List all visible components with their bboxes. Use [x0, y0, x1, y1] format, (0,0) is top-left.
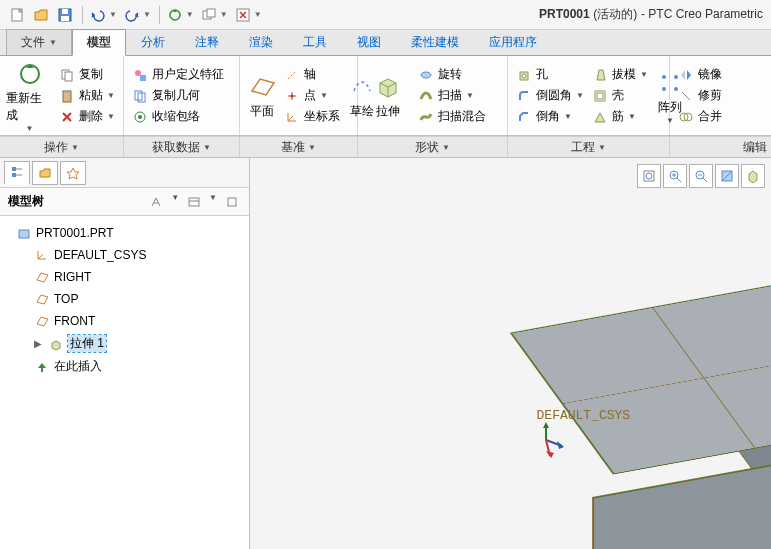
- sidebar-tab-tree[interactable]: [4, 161, 30, 185]
- copy-geom-icon: [132, 88, 148, 104]
- tab-tools[interactable]: 工具: [288, 29, 342, 55]
- zoom-fit-button[interactable]: [637, 164, 661, 188]
- tab-view[interactable]: 视图: [342, 29, 396, 55]
- windows-button[interactable]: [198, 4, 220, 26]
- sidebar-tab-folder[interactable]: [32, 161, 58, 185]
- zoom-in-button[interactable]: [663, 164, 687, 188]
- undo-dropdown[interactable]: ▼: [109, 10, 117, 19]
- group-label-engineering[interactable]: 工程▼: [508, 137, 670, 157]
- trim-button[interactable]: 修剪: [676, 86, 724, 105]
- plane-icon: [34, 313, 50, 329]
- shell-button[interactable]: 壳: [590, 86, 650, 105]
- copy-icon: [59, 67, 75, 83]
- zoom-out-button[interactable]: [689, 164, 713, 188]
- ribbon-group-labels: 操作▼ 获取数据▼ 基准▼ 形状▼ 工程▼ 编辑: [0, 136, 771, 158]
- tab-analysis[interactable]: 分析: [126, 29, 180, 55]
- chevron-down-icon: ▼: [49, 38, 57, 47]
- redo-button[interactable]: [121, 4, 143, 26]
- tab-model[interactable]: 模型: [72, 29, 126, 56]
- tree-header: 模型树 ▼ ▼: [0, 188, 249, 216]
- chamfer-button[interactable]: 倒角▼: [514, 107, 586, 126]
- round-button[interactable]: 倒圆角▼: [514, 86, 586, 105]
- point-icon: [284, 88, 300, 104]
- group-label-operations[interactable]: 操作▼: [0, 137, 124, 157]
- display-style-button[interactable]: [741, 164, 765, 188]
- tab-apps[interactable]: 应用程序: [474, 29, 552, 55]
- plane-button[interactable]: 平面: [246, 58, 278, 133]
- tree-item-top[interactable]: TOP: [0, 288, 249, 310]
- extrude-button[interactable]: 拉伸: [364, 58, 412, 133]
- regen-button[interactable]: [164, 4, 186, 26]
- qat-customize-dropdown[interactable]: ▼: [254, 10, 262, 19]
- windows-dropdown[interactable]: ▼: [220, 10, 228, 19]
- udf-button[interactable]: 用户定义特征: [130, 65, 226, 84]
- doc-status: (活动的): [593, 7, 637, 21]
- paste-button[interactable]: 粘贴▼: [57, 86, 117, 105]
- svg-line-19: [288, 71, 296, 79]
- insert-icon: [34, 359, 50, 375]
- save-button[interactable]: [54, 4, 76, 26]
- hole-button[interactable]: 孔: [514, 65, 586, 84]
- shrinkwrap-button[interactable]: 收缩包络: [130, 107, 226, 126]
- extrude-icon: [48, 336, 64, 352]
- svg-line-54: [546, 440, 562, 446]
- tab-annotate[interactable]: 注释: [180, 29, 234, 55]
- svg-rect-25: [597, 93, 603, 99]
- copy-geom-button[interactable]: 复制几何: [130, 86, 226, 105]
- regen-dropdown[interactable]: ▼: [186, 10, 194, 19]
- tree-item-extrude1[interactable]: ▶ 拉伸 1: [0, 332, 249, 355]
- sweep-button[interactable]: 扫描▼: [416, 86, 488, 105]
- group-get-data: 用户定义特征 复制几何 收缩包络: [124, 56, 240, 135]
- tree-item-front[interactable]: FRONT: [0, 310, 249, 332]
- chevron-down-icon: ▼: [203, 143, 211, 152]
- draft-button[interactable]: 拔模▼: [590, 65, 650, 84]
- tab-flexible[interactable]: 柔性建模: [396, 29, 474, 55]
- revolve-button[interactable]: 旋转: [416, 65, 488, 84]
- svg-point-20: [291, 94, 294, 97]
- tree-settings-button[interactable]: [147, 193, 165, 211]
- csys-icon: [34, 247, 50, 263]
- tree-item-csys[interactable]: DEFAULT_CSYS: [0, 244, 249, 266]
- swept-blend-button[interactable]: 扫描混合: [416, 107, 488, 126]
- copy-button[interactable]: 复制: [57, 65, 117, 84]
- group-shapes: 拉伸 旋转 扫描▼ 扫描混合: [358, 56, 508, 135]
- rib-button[interactable]: 筋▼: [590, 107, 650, 126]
- sweep-icon: [418, 88, 434, 104]
- axis-icon: [284, 67, 300, 83]
- new-file-button[interactable]: [6, 4, 28, 26]
- svg-rect-14: [140, 75, 146, 81]
- tree-show-button[interactable]: [185, 193, 203, 211]
- group-label-edit[interactable]: 编辑: [670, 137, 771, 157]
- chevron-down-icon: ▼: [71, 143, 79, 152]
- merge-button[interactable]: 合并: [676, 107, 724, 126]
- 3d-viewport[interactable]: DEFAULT_CSYS: [250, 158, 771, 549]
- redo-dropdown[interactable]: ▼: [143, 10, 151, 19]
- tree-item-right[interactable]: RIGHT: [0, 266, 249, 288]
- svg-point-26: [662, 75, 666, 79]
- open-file-button[interactable]: [30, 4, 52, 26]
- tree-root[interactable]: PRT0001.PRT: [0, 222, 249, 244]
- csys-button[interactable]: 坐标系: [282, 107, 342, 126]
- regenerate-button[interactable]: 重新生成 ▼: [6, 58, 53, 133]
- delete-icon: [59, 109, 75, 125]
- axis-button[interactable]: 轴: [282, 65, 342, 84]
- svg-rect-12: [65, 90, 69, 93]
- point-button[interactable]: 点▼: [282, 86, 342, 105]
- delete-button[interactable]: 删除▼: [57, 107, 117, 126]
- tab-render[interactable]: 渲染: [234, 29, 288, 55]
- expand-icon[interactable]: ▶: [34, 338, 44, 349]
- app-name: PTC Creo Parametric: [648, 7, 763, 21]
- doc-name: PRT0001: [539, 7, 590, 21]
- undo-button[interactable]: [87, 4, 109, 26]
- mirror-button[interactable]: 镜像: [676, 65, 724, 84]
- sidebar-tab-favorites[interactable]: [60, 161, 86, 185]
- repaint-button[interactable]: [715, 164, 739, 188]
- group-label-datum[interactable]: 基准▼: [240, 137, 358, 157]
- tab-file[interactable]: 文件▼: [6, 29, 72, 55]
- tree-item-insert-here[interactable]: 在此插入: [0, 355, 249, 378]
- close-window-button[interactable]: [232, 4, 254, 26]
- group-label-shapes[interactable]: 形状▼: [358, 137, 508, 157]
- group-label-get-data[interactable]: 获取数据▼: [124, 137, 240, 157]
- group-operations: 重新生成 ▼ 复制 粘贴▼ 删除▼: [0, 56, 124, 135]
- tree-filter-button[interactable]: [223, 193, 241, 211]
